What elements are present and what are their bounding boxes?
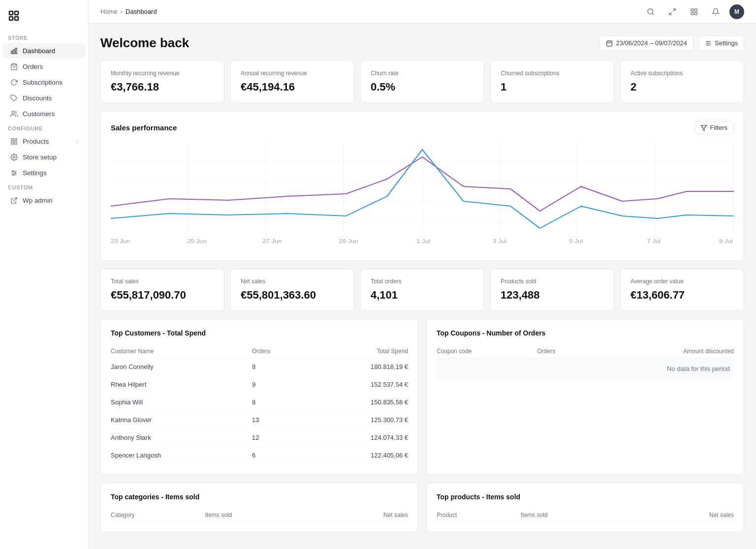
- customer-name: Jaron Connelly: [111, 358, 252, 376]
- customer-orders: 6: [252, 447, 303, 464]
- coupon-orders-col-header: Orders: [537, 345, 589, 358]
- bar-chart-icon: [10, 47, 18, 55]
- bottom-metric-card-2: Total orders 4,101: [360, 269, 484, 311]
- top-customers-table: Customer Name Orders Total Spend Jaron C…: [111, 345, 408, 464]
- product-col-header: Product: [437, 509, 521, 522]
- bottom-metric-value-4: €13,606.77: [630, 289, 734, 302]
- top-customers-title: Top Customers - Total Spend: [111, 329, 408, 337]
- svg-rect-27: [694, 9, 697, 11]
- content-area: Welcome back 23/06/2024 – 09/07/2024 Set…: [89, 24, 756, 549]
- metric-label-1: Annual recurring revenue: [241, 70, 344, 77]
- sidebar-item-orders[interactable]: Orders: [3, 59, 85, 74]
- customer-name: Katrina Glover: [111, 411, 252, 429]
- metric-label-2: Churn rate: [371, 70, 474, 77]
- metric-value-3: 1: [501, 81, 604, 93]
- breadcrumb-current: Dashboard: [126, 8, 157, 15]
- customer-spend: 152.537,54 €: [303, 376, 408, 394]
- metric-value-1: €45,194.16: [241, 81, 344, 93]
- settings-icon: [705, 40, 712, 47]
- sidebar-item-wp-admin[interactable]: Wp admin: [3, 193, 85, 208]
- sidebar-item-orders-label: Orders: [23, 63, 43, 70]
- main-content: Home › Dashboard M Welcome back: [89, 0, 756, 549]
- coupon-code-col-header: Coupon code: [437, 345, 537, 358]
- customer-orders: 9: [252, 376, 303, 394]
- expand-icon-btn[interactable]: [664, 4, 680, 20]
- date-range-label: 23/06/2024 – 09/07/2024: [616, 39, 687, 47]
- sidebar-item-discounts[interactable]: Discounts: [3, 91, 85, 105]
- customer-spend: 180.818,19 €: [303, 358, 408, 376]
- sidebar-item-customers[interactable]: Customers: [3, 106, 85, 121]
- top-categories-card: Top categories - Items sold Category Ite…: [100, 483, 418, 532]
- custom-section-label: Custom: [0, 181, 88, 192]
- svg-point-18: [12, 170, 13, 172]
- bottom-metric-cards: Total sales €55,817,090.70 Net sales €55…: [100, 269, 744, 311]
- sidebar-item-discounts-label: Discounts: [23, 94, 52, 102]
- svg-line-24: [673, 9, 675, 11]
- sidebar-item-settings[interactable]: Settings: [3, 165, 85, 180]
- date-picker-button[interactable]: 23/06/2024 – 09/07/2024: [599, 35, 693, 51]
- topbar-actions: M: [643, 4, 744, 20]
- customer-orders: 12: [252, 429, 303, 447]
- sidebar-item-settings-label: Settings: [23, 169, 47, 177]
- svg-point-9: [12, 111, 14, 113]
- sliders-icon: [10, 169, 18, 177]
- svg-text:9 Jul: 9 Jul: [719, 238, 733, 244]
- category-col-header: Category: [111, 509, 205, 522]
- breadcrumb-home[interactable]: Home: [100, 8, 118, 15]
- chart-card: Sales performance Filters: [100, 111, 744, 261]
- svg-rect-13: [11, 142, 13, 144]
- customer-orders: 8: [252, 358, 303, 376]
- table-row: Jaron Connelly 8 180.818,19 €: [111, 358, 408, 376]
- svg-rect-1: [15, 11, 18, 15]
- bottom-metric-label-4: Average order value: [630, 278, 734, 285]
- sidebar-logo: [0, 6, 88, 31]
- bottom-metric-card-0: Total sales €55,817,090.70: [100, 269, 224, 311]
- bottom-metric-label-3: Products sold: [501, 278, 604, 285]
- svg-rect-6: [15, 48, 17, 53]
- bottom-metric-card-4: Average order value €13,606.77: [620, 269, 744, 311]
- settings-button[interactable]: Settings: [698, 35, 744, 51]
- sidebar-item-dashboard[interactable]: Dashboard: [3, 43, 85, 58]
- svg-text:3 Jul: 3 Jul: [493, 238, 506, 244]
- svg-rect-3: [15, 17, 18, 20]
- top-categories-title: Top categories - Items sold: [111, 493, 408, 501]
- search-icon-btn[interactable]: [643, 4, 659, 20]
- customer-spend: 122.405,06 €: [303, 447, 408, 464]
- coupon-amount-col-header: Amount discounted: [589, 345, 734, 358]
- sidebar-item-subscriptions[interactable]: Subscriptions: [3, 75, 85, 90]
- tables-row: Top Customers - Total Spend Customer Nam…: [100, 319, 744, 475]
- svg-marker-37: [701, 125, 707, 130]
- svg-rect-5: [13, 49, 15, 54]
- sidebar-item-products[interactable]: Products ‹: [3, 134, 85, 149]
- svg-rect-12: [14, 142, 16, 144]
- customer-spend: 125.300,73 €: [303, 411, 408, 429]
- avatar[interactable]: M: [729, 4, 744, 19]
- svg-text:29 Jun: 29 Jun: [339, 238, 358, 244]
- customer-orders-col-header: Orders: [252, 345, 303, 358]
- refresh-icon: [10, 78, 18, 86]
- top-categories-table: Category Items sold Net sales: [111, 509, 408, 522]
- metric-label-0: Monthly recurring revenue: [111, 70, 214, 77]
- bottom-metric-value-0: €55,817,090.70: [111, 289, 214, 302]
- bell-icon-btn[interactable]: [708, 4, 724, 20]
- sidebar: Store Dashboard Orders Subscriptions Dis…: [0, 0, 89, 549]
- top-coupons-table: Coupon code Orders Amount discounted No …: [437, 345, 734, 380]
- products-net-sales-col-header: Net sales: [632, 509, 734, 522]
- svg-rect-10: [11, 138, 13, 140]
- svg-point-19: [14, 172, 16, 174]
- sidebar-item-store-setup-label: Store setup: [23, 153, 57, 161]
- svg-text:5 Jul: 5 Jul: [569, 238, 583, 244]
- tag-icon: [10, 94, 18, 102]
- sidebar-item-store-setup[interactable]: Store setup: [3, 150, 85, 164]
- top-products-title: Top products - Items sold: [437, 493, 734, 501]
- date-settings: 23/06/2024 – 09/07/2024 Settings: [599, 35, 744, 51]
- filter-button[interactable]: Filters: [694, 121, 734, 134]
- net-sales-col-header: Net sales: [311, 509, 408, 522]
- chart-title: Sales performance: [111, 123, 177, 132]
- no-data-cell: No data for this period: [437, 358, 734, 380]
- customer-spend: 150.835,58 €: [303, 394, 408, 411]
- layout-icon-btn[interactable]: [686, 4, 702, 20]
- metric-card-0: Monthly recurring revenue €3,766.18: [100, 61, 224, 103]
- bottom-metric-value-3: 123,488: [501, 289, 604, 302]
- products-items-sold-col-header: Items sold: [521, 509, 632, 522]
